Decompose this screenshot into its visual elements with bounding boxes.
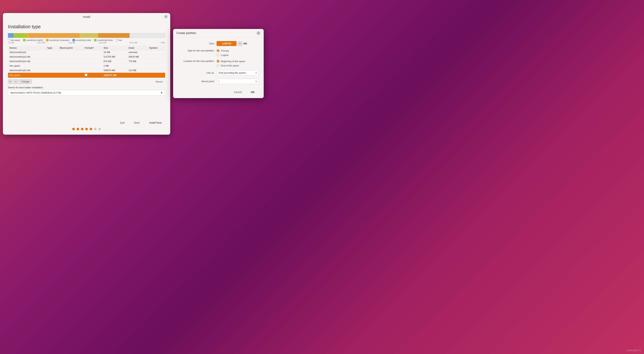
cell-device-selected: free space xyxy=(8,73,46,78)
type-primary-label: Primary xyxy=(221,49,229,52)
table-row[interactable]: /dev/nvme0n1p3 ntfs 213755 MB 50819 MB xyxy=(8,55,165,59)
legend-free-space: free space xyxy=(8,39,20,41)
back-button[interactable]: Back xyxy=(130,120,143,126)
size-label: Size: xyxy=(178,42,214,45)
location-row: Location for the new partition: Beginnin… xyxy=(178,60,258,67)
size-minus-button[interactable]: − xyxy=(238,41,242,46)
table-row[interactable]: /dev/nvme0n1p5 ntfs 536870 MB 113 MB xyxy=(8,68,165,73)
legend-label-fat32: nvme0n1p1 (fat32) xyxy=(26,39,43,41)
progress-dots xyxy=(8,128,165,132)
location-beginning-option[interactable]: Beginning of this space xyxy=(216,60,245,63)
legend-label-ntfs3: nvme0n1p3 (ntfs) xyxy=(76,39,91,41)
col-type: Type xyxy=(46,46,58,50)
dialog-titlebar: Create partition ✕ xyxy=(173,29,264,37)
cell-system xyxy=(148,50,165,55)
cell-mount-selected xyxy=(58,73,83,78)
add-partition-button[interactable]: + xyxy=(8,79,13,84)
cell-mount xyxy=(58,68,83,73)
mount-row: Mount point: / ▼ xyxy=(178,79,258,84)
bootloader-select[interactable]: /dev/nvme0n1 YMTC PC411-2048GB-B (2.0 TB… xyxy=(8,90,165,96)
bar-ntfs4 xyxy=(80,33,98,38)
type-row: Type for the new partition: Primary Logi… xyxy=(178,49,258,56)
location-end-label: End of this space xyxy=(221,64,239,67)
col-device: Device xyxy=(8,46,46,50)
cell-system xyxy=(148,68,165,73)
dialog-title: Create partition xyxy=(176,31,196,35)
progress-dot-5 xyxy=(90,128,92,130)
cell-type-selected xyxy=(46,73,58,78)
location-beginning-label: Beginning of this space xyxy=(221,60,245,63)
progress-dot-2 xyxy=(76,128,79,130)
cell-used xyxy=(127,64,148,68)
col-format: Format? xyxy=(83,46,102,50)
size-label-2: 104.9 MB xyxy=(37,42,45,44)
cell-format xyxy=(83,64,102,68)
cell-type xyxy=(46,59,58,64)
table-controls: + − Change Revert xyxy=(8,79,165,84)
cell-system xyxy=(148,55,165,59)
cell-type xyxy=(46,64,58,68)
close-button[interactable]: ✕ xyxy=(164,15,168,18)
col-mount: Mount point xyxy=(58,46,83,50)
type-primary-option[interactable]: Primary xyxy=(216,49,229,52)
install-now-button[interactable]: Install Now xyxy=(146,120,165,126)
revert-button[interactable]: Revert xyxy=(153,80,165,84)
use-as-select[interactable]: Ext4 journaling file system xyxy=(216,70,258,75)
remove-partition-button[interactable]: − xyxy=(14,79,18,84)
window-footer: Quit Back Install Now xyxy=(3,118,170,135)
cell-mount xyxy=(58,64,83,68)
mount-select[interactable]: / xyxy=(216,79,258,84)
mount-select-container: / ▼ xyxy=(216,79,258,84)
progress-dot-3 xyxy=(81,128,84,130)
table-row[interactable]: /dev/nvme0n1p2 16 MB unknown xyxy=(8,50,165,55)
legend-ntfs3: nvme0n1p3 (ntfs) xyxy=(72,39,91,41)
cancel-button[interactable]: Cancel xyxy=(230,89,245,95)
cell-size: 536870 MB xyxy=(102,68,127,73)
cell-format xyxy=(83,68,102,73)
cell-format xyxy=(83,55,102,59)
type-logical-label: Logical xyxy=(221,54,228,56)
cell-device: free space xyxy=(8,64,46,68)
legend-dot-unknown xyxy=(46,39,48,41)
bootloader-select-wrapper: /dev/nvme0n1 YMTC PC411-2048GB-B (2.0 TB… xyxy=(8,90,165,96)
use-as-select-container: Ext4 journaling file system ▼ xyxy=(216,70,258,75)
type-logical-radio[interactable] xyxy=(216,53,220,56)
ok-button[interactable]: OK xyxy=(247,89,258,95)
cell-device: /dev/nvme0n1p3 ntfs xyxy=(8,55,46,59)
location-beginning-radio[interactable] xyxy=(216,60,220,63)
cell-device: /dev/nvme0n1p5 ntfs xyxy=(8,68,46,73)
table-row[interactable]: /dev/nvme0n1p4 ntfs 870 MB 776 MB xyxy=(8,59,165,64)
table-row-selected[interactable]: free space 1296787 MB xyxy=(8,73,165,78)
cell-used: 776 MB xyxy=(127,59,148,64)
cell-size: 213755 MB xyxy=(102,55,127,59)
dialog-close-button[interactable]: ✕ xyxy=(256,31,260,35)
table-row[interactable]: free space 1 MB xyxy=(8,64,165,68)
cell-type xyxy=(46,50,58,55)
type-logical-option[interactable]: Logical xyxy=(216,53,229,56)
change-partition-button[interactable]: Change xyxy=(19,79,32,84)
legend-fat32: nvme0n1p1 (fat32) xyxy=(23,39,43,41)
legend-dot-ntfs3 xyxy=(72,39,75,41)
size-input[interactable] xyxy=(216,41,236,46)
location-end-radio[interactable] xyxy=(216,64,220,67)
format-checkbox[interactable] xyxy=(85,74,87,76)
cell-mount xyxy=(58,55,83,59)
col-size: Size xyxy=(102,46,127,50)
size-input-group: − MB xyxy=(216,41,247,46)
legend-label-free2: free xyxy=(118,39,122,41)
location-end-option[interactable]: End of this space xyxy=(216,64,245,67)
use-as-label: Use as: xyxy=(178,71,214,74)
window-content: Installation type free space nvme0n xyxy=(3,20,170,118)
cell-used-selected xyxy=(127,73,148,78)
cell-format xyxy=(83,59,102,64)
watermark: CSDN @星天.月 xyxy=(626,349,641,352)
cell-system xyxy=(148,59,165,64)
partition-table: Device Type Mount point Format? Size Use… xyxy=(8,46,165,78)
cell-size-selected: 1296787 MB xyxy=(102,73,127,78)
bootloader-section: Device for boot loader installation: /de… xyxy=(8,86,165,96)
cell-mount xyxy=(58,50,83,55)
type-options: Primary Logical xyxy=(216,49,229,56)
cell-device: /dev/nvme0n1p4 ntfs xyxy=(8,59,46,64)
quit-button[interactable]: Quit xyxy=(116,120,128,126)
type-primary-radio[interactable] xyxy=(216,49,220,52)
